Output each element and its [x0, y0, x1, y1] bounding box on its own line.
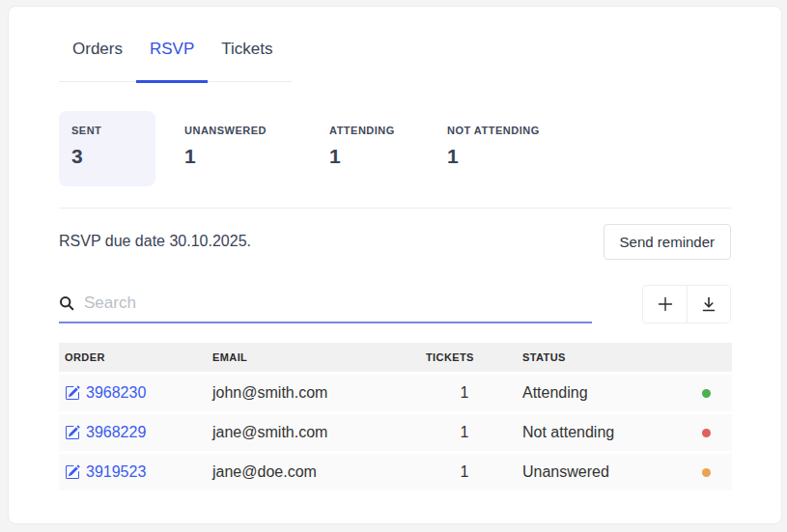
table-header-row: ORDER EMAIL TICKETS STATUS [59, 343, 732, 372]
stat-label: ATTENDING [329, 125, 447, 136]
stat-unanswered[interactable]: UNANSWERED 1 [184, 111, 329, 186]
stat-value: 3 [71, 145, 143, 168]
stat-attending[interactable]: ATTENDING 1 [329, 111, 447, 186]
tab-rsvp[interactable]: RSVP [136, 40, 208, 83]
order-link[interactable]: 3919523 [65, 463, 146, 481]
order-number: 3968230 [86, 384, 146, 402]
edit-icon [65, 464, 80, 480]
rsvp-due-date-text: RSVP due date 30.10.2025. [59, 233, 251, 250]
tickets-cell: 1 [426, 384, 503, 402]
stat-not-attending[interactable]: NOT ATTENDING 1 [447, 111, 540, 186]
download-icon [701, 296, 717, 313]
stat-label: UNANSWERED [184, 125, 329, 136]
email-cell: john@smith.com [212, 384, 426, 402]
order-number: 3968229 [86, 424, 146, 441]
tab-orders[interactable]: Orders [59, 40, 136, 83]
stat-value: 1 [329, 145, 447, 168]
export-button[interactable] [687, 286, 730, 322]
stat-label: SENT [71, 125, 143, 136]
status-dot [702, 468, 711, 477]
send-reminder-button[interactable]: Send reminder [604, 224, 731, 260]
status-dot [702, 389, 711, 398]
stat-sent[interactable]: SENT 3 [59, 111, 155, 186]
status-cell: Not attending [522, 424, 667, 441]
tab-bar: Orders RSVP Tickets [59, 40, 292, 82]
search-box [59, 294, 592, 323]
column-header-status: STATUS [522, 351, 667, 363]
status-cell: Unanswered [522, 463, 667, 481]
order-link[interactable]: 3968230 [65, 384, 146, 402]
edit-icon [65, 385, 80, 401]
tickets-cell: 1 [426, 463, 503, 481]
rsvp-stats: SENT 3 UNANSWERED 1 ATTENDING 1 NOT ATTE… [59, 111, 731, 186]
section-divider [59, 208, 731, 209]
plus-icon [657, 295, 674, 313]
stat-label: NOT ATTENDING [447, 125, 540, 136]
column-header-email: EMAIL [212, 351, 426, 363]
rsvp-panel: Orders RSVP Tickets SENT 3 UNANSWERED 1 … [8, 6, 782, 524]
table-row: 3968230 john@smith.com 1 Attending [59, 375, 732, 411]
tickets-cell: 1 [426, 424, 503, 441]
search-icon [59, 295, 74, 311]
table-row: 3919523 jane@doe.com 1 Unanswered [59, 454, 732, 490]
search-input[interactable] [84, 294, 592, 313]
column-header-tickets: TICKETS [426, 351, 503, 363]
table-row: 3968229 jane@smith.com 1 Not attending [59, 414, 732, 451]
tab-tickets[interactable]: Tickets [208, 40, 286, 83]
column-header-order: ORDER [59, 351, 212, 363]
email-cell: jane@smith.com [212, 424, 426, 441]
due-date-row: RSVP due date 30.10.2025. Send reminder [59, 224, 731, 259]
stat-value: 1 [447, 145, 540, 168]
order-number: 3919523 [86, 463, 146, 481]
status-cell: Attending [522, 384, 667, 402]
status-dot [702, 429, 711, 437]
stat-value: 1 [184, 145, 329, 168]
search-toolbar-row [59, 285, 731, 323]
order-link[interactable]: 3968229 [65, 424, 146, 441]
rsvp-table: ORDER EMAIL TICKETS STATUS 3968230 joh [59, 343, 732, 490]
email-cell: jane@doe.com [212, 463, 426, 481]
table-actions [642, 285, 731, 323]
add-button[interactable] [643, 286, 687, 322]
edit-icon [65, 425, 80, 440]
